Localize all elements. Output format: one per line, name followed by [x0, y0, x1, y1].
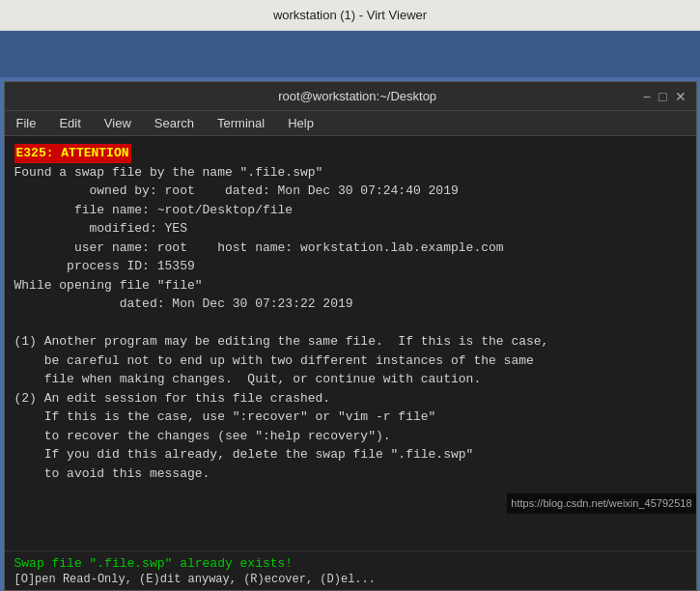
terminal-title: root@workstation:~/Desktop: [72, 89, 643, 103]
menu-search[interactable]: Search: [151, 114, 198, 132]
content-line-2: owned by: root dated: Mon Dec 30 07:24:4…: [14, 182, 686, 201]
content-line-3: file name: ~root/Desktop/file: [14, 201, 686, 220]
menu-view[interactable]: View: [100, 114, 135, 132]
content-line-blank: [14, 314, 686, 333]
menu-help[interactable]: Help: [284, 114, 318, 132]
terminal-menu-bar: File Edit View Search Terminal Help: [5, 111, 696, 136]
status-swap-warning: Swap file ".file.swp" already exists!: [14, 555, 686, 573]
virt-viewer-title: workstation (1) - Virt Viewer: [273, 8, 427, 22]
content-line-1: Found a swap file by the name ".file.swp…: [14, 163, 686, 183]
content-line-10: be careful not to end up with two differ…: [14, 352, 686, 371]
status-options: [O]pen Read-Only, (E)dit anyway, (R)ecov…: [14, 573, 686, 586]
watermark: https://blog.csdn.net/weixin_45792518: [507, 493, 695, 514]
attention-label: E325: ATTENTION: [14, 144, 131, 163]
close-button[interactable]: ✕: [675, 90, 686, 103]
virt-viewer-toolbar: [0, 31, 700, 77]
content-line-5: user name: root host name: workstation.l…: [14, 239, 686, 258]
minimize-button[interactable]: −: [643, 90, 651, 103]
terminal-window: root@workstation:~/Desktop − □ ✕ File Ed…: [4, 81, 697, 591]
content-line-12: (2) An edit session for this file crashe…: [14, 389, 686, 408]
virt-viewer-title-bar: workstation (1) - Virt Viewer: [0, 0, 700, 31]
content-line-14: to recover the changes (see ":help recov…: [14, 427, 686, 446]
content-lines: Found a swap file by the name ".file.swp…: [14, 163, 686, 484]
content-line-4: modified: YES: [14, 219, 686, 239]
content-line-13: If this is the case, use ":recover" or "…: [14, 408, 686, 427]
terminal-title-bar: root@workstation:~/Desktop − □ ✕: [5, 82, 696, 111]
terminal-controls: − □ ✕: [643, 90, 686, 103]
content-line-16: to avoid this message.: [14, 464, 686, 484]
content-line-15: If you did this already, delete the swap…: [14, 445, 686, 464]
menu-terminal[interactable]: Terminal: [213, 114, 268, 132]
terminal-status-bar: Swap file ".file.swp" already exists! [O…: [5, 550, 696, 590]
content-line-7: While opening file "file": [14, 276, 686, 296]
menu-file[interactable]: File: [13, 114, 41, 132]
attention-line: E325: ATTENTION: [14, 144, 686, 163]
terminal-content: E325: ATTENTION Found a swap file by the…: [5, 136, 696, 550]
menu-edit[interactable]: Edit: [55, 114, 84, 132]
content-line-9: (1) Another program may be editing the s…: [14, 332, 686, 352]
maximize-button[interactable]: □: [658, 90, 666, 103]
content-line-6: process ID: 15359: [14, 257, 686, 276]
content-line-8: dated: Mon Dec 30 07:23:22 2019: [14, 295, 686, 314]
content-line-11: file when making changes. Quit, or conti…: [14, 370, 686, 389]
